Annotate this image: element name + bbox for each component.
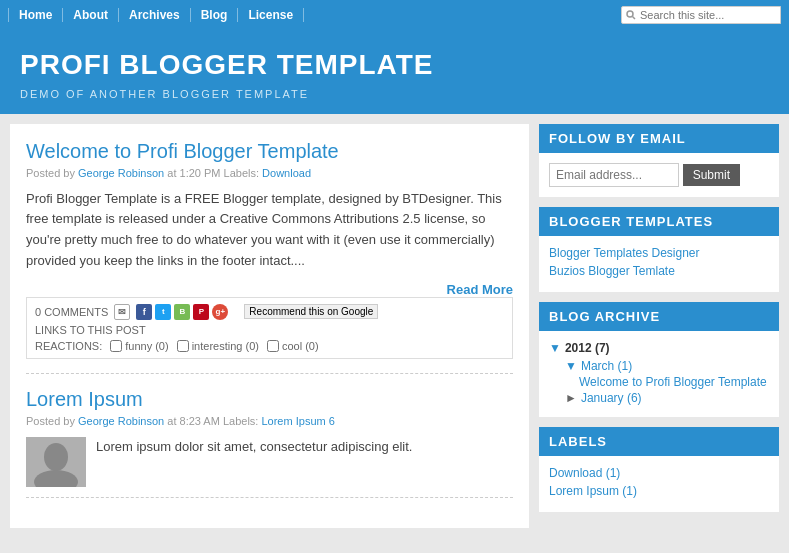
post-1-links: LINKS TO THIS POST xyxy=(35,324,504,336)
reaction-cool: cool (0) xyxy=(267,340,319,352)
blogger-templates-widget: BLOGGER TEMPLATES Blogger Templates Desi… xyxy=(539,207,779,292)
bm-icon[interactable]: B xyxy=(174,304,190,320)
interesting-checkbox[interactable] xyxy=(177,340,189,352)
blogger-templates-body: Blogger Templates Designer Buzios Blogge… xyxy=(539,236,779,292)
pin-icon[interactable]: P xyxy=(193,304,209,320)
post-1-label[interactable]: Download xyxy=(262,167,311,179)
nav-license[interactable]: License xyxy=(238,8,304,22)
social-icons: f t B P g+ xyxy=(136,304,228,320)
page-layout: Welcome to Profi Blogger Template Posted… xyxy=(0,114,789,538)
blog-archive-title: BLOG ARCHIVE xyxy=(539,302,779,331)
submit-button[interactable]: Submit xyxy=(683,164,740,186)
post-1-at: at xyxy=(167,167,179,179)
post-1-read-more[interactable]: Read More xyxy=(26,282,513,297)
gplus-icon[interactable]: g+ xyxy=(212,304,228,320)
post-1-title[interactable]: Welcome to Profi Blogger Template xyxy=(26,140,513,163)
funny-checkbox[interactable] xyxy=(110,340,122,352)
svg-point-1 xyxy=(44,443,68,471)
funny-label: funny (0) xyxy=(125,340,168,352)
nav-home[interactable]: Home xyxy=(8,8,63,22)
post-2-content: Lorem ipsum dolor sit amet, consectetur … xyxy=(26,437,513,487)
recommend-button[interactable]: Recommend this on Google xyxy=(244,304,378,319)
archive-welcome-post[interactable]: Welcome to Profi Blogger Template xyxy=(579,375,769,389)
email-input[interactable] xyxy=(549,163,679,187)
post-2-meta: Posted by George Robinson at 8:23 AM Lab… xyxy=(26,415,513,427)
archive-january: ► January (6) xyxy=(565,391,769,405)
search-input[interactable] xyxy=(621,6,781,24)
mail-icon: ✉ xyxy=(114,304,130,320)
blog-archive-body: ▼ 2012 (7) ▼ March (1) Welcome to Profi … xyxy=(539,331,779,417)
archive-year-label: 2012 (7) xyxy=(565,341,610,355)
nav-bar: Home About Archives Blog License xyxy=(0,0,789,30)
post-1-author[interactable]: George Robinson xyxy=(78,167,164,179)
blogger-templates-title: BLOGGER TEMPLATES xyxy=(539,207,779,236)
cool-label: cool (0) xyxy=(282,340,319,352)
post-1-body: Profi Blogger Template is a FREE Blogger… xyxy=(26,189,513,272)
expand-march-icon[interactable]: ▼ xyxy=(565,359,577,373)
labels-widget: LABELS Download (1) Lorem Ipsum (1) xyxy=(539,427,779,512)
post-1-meta: Posted by George Robinson at 1:20 PM Lab… xyxy=(26,167,513,179)
post-2-time: 8:23 AM xyxy=(180,415,220,427)
post-2-author[interactable]: George Robinson xyxy=(78,415,164,427)
blog-archive-widget: BLOG ARCHIVE ▼ 2012 (7) ▼ March (1) Welc… xyxy=(539,302,779,417)
reaction-funny: funny (0) xyxy=(110,340,168,352)
post-2: Lorem Ipsum Posted by George Robinson at… xyxy=(26,388,513,498)
nav-blog[interactable]: Blog xyxy=(191,8,239,22)
post-2-title[interactable]: Lorem Ipsum xyxy=(26,388,513,411)
post-1-comments-count: 0 COMMENTS xyxy=(35,306,108,318)
links-to-post[interactable]: LINKS TO THIS POST xyxy=(35,324,146,336)
blogger-link-2[interactable]: Buzios Blogger Temlate xyxy=(549,264,769,278)
tw-icon[interactable]: t xyxy=(155,304,171,320)
follow-email-title: FOLLOW BY EMAIL xyxy=(539,124,779,153)
post-2-labels-prefix: Labels: xyxy=(223,415,262,427)
site-header: PROFI BLOGGER TEMPLATE DEMO OF ANOTHER B… xyxy=(0,30,789,114)
post-1-labels-prefix: Labels: xyxy=(224,167,263,179)
reactions-label: REACTIONS: xyxy=(35,340,102,352)
interesting-label: interesting (0) xyxy=(192,340,259,352)
labels-body: Download (1) Lorem Ipsum (1) xyxy=(539,456,779,512)
post-1-footer: 0 COMMENTS ✉ f t B P g+ Recommend this o… xyxy=(26,297,513,359)
post-2-body: Lorem ipsum dolor sit amet, consectetur … xyxy=(96,437,412,458)
label-lorem-ipsum[interactable]: Lorem Ipsum (1) xyxy=(549,484,769,498)
expand-2012-icon[interactable]: ▼ xyxy=(549,341,561,355)
reaction-interesting: interesting (0) xyxy=(177,340,259,352)
site-title: PROFI BLOGGER TEMPLATE xyxy=(20,48,769,82)
archive-january-link[interactable]: January (6) xyxy=(581,391,642,405)
post-2-meta-prefix: Posted by xyxy=(26,415,75,427)
fb-icon[interactable]: f xyxy=(136,304,152,320)
search-form xyxy=(621,6,781,24)
follow-email-body: Submit xyxy=(539,153,779,197)
labels-title: LABELS xyxy=(539,427,779,456)
post-2-label[interactable]: Lorem Ipsum 6 xyxy=(261,415,334,427)
label-download[interactable]: Download (1) xyxy=(549,466,769,480)
archive-year-2012: ▼ 2012 (7) xyxy=(549,341,769,355)
expand-january-icon[interactable]: ► xyxy=(565,391,577,405)
nav-archives[interactable]: Archives xyxy=(119,8,191,22)
sidebar: FOLLOW BY EMAIL Submit BLOGGER TEMPLATES… xyxy=(529,114,789,538)
post-2-thumbnail xyxy=(26,437,86,487)
reactions: REACTIONS: funny (0) interesting (0) coo… xyxy=(35,340,504,352)
site-subtitle: DEMO OF ANOTHER BLOGGER TEMPLATE xyxy=(20,88,769,100)
blogger-link-1[interactable]: Blogger Templates Designer xyxy=(549,246,769,260)
post-1-time: 1:20 PM xyxy=(180,167,221,179)
cool-checkbox[interactable] xyxy=(267,340,279,352)
post-1-comments: 0 COMMENTS ✉ f t B P g+ Recommend this o… xyxy=(35,304,504,320)
archive-march: ▼ March (1) xyxy=(565,359,769,373)
main-content: Welcome to Profi Blogger Template Posted… xyxy=(10,124,529,528)
post-1-meta-prefix: Posted by xyxy=(26,167,75,179)
post-2-at: at xyxy=(167,415,179,427)
post-1: Welcome to Profi Blogger Template Posted… xyxy=(26,140,513,374)
follow-email-widget: FOLLOW BY EMAIL Submit xyxy=(539,124,779,197)
nav-about[interactable]: About xyxy=(63,8,119,22)
archive-march-link[interactable]: March (1) xyxy=(581,359,632,373)
